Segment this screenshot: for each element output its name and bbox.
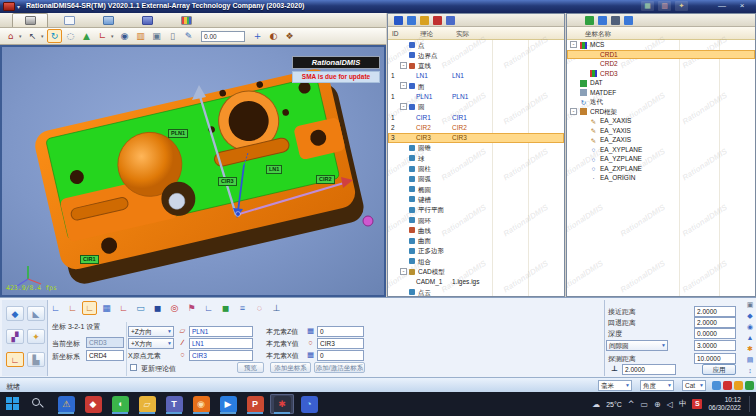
coord-frame-icon[interactable]	[624, 16, 633, 25]
delete-icon[interactable]: ▯	[165, 29, 180, 43]
volume-mute-icon[interactable]: ◁	[667, 400, 673, 409]
show-desktop-button[interactable]	[749, 396, 752, 412]
taskbar-app-firefox[interactable]: ◉	[189, 394, 213, 414]
weather-temp[interactable]: 25°C	[606, 401, 622, 408]
tab-graphics[interactable]	[168, 13, 204, 27]
home-icon[interactable]: ⌂	[3, 29, 18, 43]
tray-expand-icon[interactable]: ^	[628, 400, 635, 409]
home-icon-caret[interactable]: ▾	[19, 33, 24, 39]
viewport-3d[interactable]: RationalDMIS SMA is due for update PLN1 …	[0, 45, 386, 297]
add-coord-button[interactable]: 添加坐标系	[270, 362, 311, 373]
rotate-view-icon[interactable]: ↻	[47, 29, 62, 43]
strip-tool-icon[interactable]: ▲	[746, 333, 755, 342]
element-field[interactable]: PLN1	[189, 326, 253, 337]
cs-base-icon[interactable]: ⊥	[269, 301, 284, 315]
select-region-icon[interactable]: ◌	[63, 29, 78, 43]
strip-doc-icon[interactable]: ▤	[746, 355, 755, 364]
visibility-icon[interactable]: ◉	[117, 29, 132, 43]
tray-clock[interactable]: 10:12 06/30/2022	[708, 396, 741, 412]
cs-target-icon[interactable]: ◎	[167, 301, 182, 315]
battery-icon[interactable]: ▭	[641, 400, 649, 409]
coord-row-ea_xyplane[interactable]: ○EA_XYPLANE	[567, 145, 755, 155]
export-model-icon[interactable]: ▲	[79, 29, 94, 43]
feature-category[interactable]: 圆弧	[388, 174, 564, 184]
start-button[interactable]	[6, 397, 20, 411]
feature-category[interactable]: -面	[388, 81, 564, 91]
clearance-select[interactable]: 间隙圆▼	[606, 340, 668, 351]
axis-triad-icon[interactable]: ∟	[95, 29, 110, 43]
coord-row-ea_xaxis[interactable]: ✎EA_XAXIS	[567, 116, 755, 126]
taskbar-app-wechat[interactable]: ◖	[108, 394, 132, 414]
coordsys-select[interactable]: Cat▼	[682, 380, 706, 391]
taskbar-app-edge[interactable]: ◔	[297, 394, 321, 414]
feature-category[interactable]: 组合	[388, 256, 564, 266]
probe-field-value[interactable]: 10.0000	[694, 353, 736, 364]
goblet-icon[interactable]	[433, 16, 442, 25]
tab-measure[interactable]	[12, 13, 48, 27]
machine-icon[interactable]: ▙	[27, 352, 45, 367]
coord-row-matdef[interactable]: MATDEF	[567, 88, 755, 98]
feature-category[interactable]: 边界点	[388, 50, 564, 60]
cs-steps-icon[interactable]: ≡	[235, 301, 250, 315]
strip-sync-icon[interactable]: ↕	[746, 366, 755, 375]
probe-field-value[interactable]: 2.0000	[694, 306, 736, 317]
expander-icon[interactable]: -	[400, 268, 407, 275]
probe-extra-field[interactable]: 2.0000	[622, 364, 676, 375]
feature-row[interactable]: 3CIR3CIR3	[388, 133, 564, 143]
taskbar-app-rationaldmis[interactable]: ✱	[270, 394, 294, 414]
cs-label-icon[interactable]: ∟	[201, 301, 216, 315]
units-select[interactable]: 毫米▼	[598, 380, 632, 391]
coord-row-crd1[interactable]: CRD1	[567, 50, 755, 60]
taskbar-app-thunder[interactable]: ▶	[216, 394, 240, 414]
color-tool-icon[interactable]: ✦	[27, 329, 45, 344]
filter-icon[interactable]	[420, 16, 429, 25]
apply-button[interactable]: 应用	[702, 364, 736, 375]
expander-icon[interactable]: -	[570, 108, 577, 115]
taskbar-app-security[interactable]: ◆	[81, 394, 105, 414]
cs-cube-icon[interactable]: ◼	[150, 301, 165, 315]
search-icon[interactable]	[32, 398, 44, 410]
feature-row[interactable]: 1CIR1CIR1	[388, 112, 564, 122]
cs-offset-icon[interactable]: ∟	[116, 301, 131, 315]
feature-category[interactable]: -CAD模型	[388, 267, 564, 277]
coord-row-ea_yaxis[interactable]: ✎EA_YAXIS	[567, 126, 755, 136]
probe-field-value[interactable]: 0.0000	[694, 328, 736, 339]
feature-row[interactable]: 1PLN1PLN1	[388, 91, 564, 101]
cs-green-cube-icon[interactable]: ◼	[218, 301, 233, 315]
tab-table[interactable]	[90, 13, 126, 27]
minimize-button[interactable]: —	[714, 1, 730, 11]
expander-icon[interactable]: -	[570, 41, 577, 48]
feature-category[interactable]: 键槽	[388, 194, 564, 204]
coord-row-ea_origin[interactable]: ·EA_ORIGIN	[567, 173, 755, 183]
taskbar-app-powerpoint[interactable]: P	[243, 394, 267, 414]
cursor-icon-caret[interactable]: ▾	[41, 33, 46, 39]
app-menu-caret-icon[interactable]: ▾	[17, 3, 20, 10]
snapshot-icon[interactable]: ▣	[149, 29, 164, 43]
feature-category[interactable]: 球	[388, 153, 564, 163]
taskbar-app-explorer[interactable]: ▱	[135, 394, 159, 414]
value-field[interactable]: 0	[317, 326, 364, 337]
value-field[interactable]: CIR3	[317, 338, 364, 349]
value-field[interactable]: 0	[317, 350, 364, 361]
title-screens-icon[interactable]: ▥	[658, 1, 671, 11]
add-activate-coord-button[interactable]: 添加/激活坐标系	[314, 362, 365, 373]
cs-frame-icon[interactable]: ▭	[133, 301, 148, 315]
update-theory-checkbox[interactable]	[130, 364, 137, 371]
coord-row-dat[interactable]: DAT	[567, 78, 755, 88]
tolerance-field[interactable]: 0.00	[201, 31, 245, 42]
tab-report[interactable]	[51, 13, 87, 27]
current-coord-field[interactable]: CRD3	[86, 337, 124, 348]
cs-machine-icon[interactable]: ▦	[99, 301, 114, 315]
strip-copy-icon[interactable]: ▣	[746, 300, 755, 309]
ime-indicator[interactable]: 中	[679, 399, 687, 409]
monitor-icon[interactable]	[446, 16, 455, 25]
feature-category[interactable]: 正多边形	[388, 246, 564, 256]
feature-category[interactable]: -直线	[388, 61, 564, 71]
coordinate-icon[interactable]: ∟	[6, 352, 24, 367]
angle-select[interactable]: 角度▼	[640, 380, 674, 391]
feature-label-pln1[interactable]: PLN1	[168, 129, 188, 138]
status-clock-icon[interactable]	[734, 381, 743, 390]
coord-axis-icon[interactable]	[585, 16, 594, 25]
tray-app-badge[interactable]: S	[692, 399, 702, 409]
probe-view-icon[interactable]: ◆	[6, 306, 24, 321]
